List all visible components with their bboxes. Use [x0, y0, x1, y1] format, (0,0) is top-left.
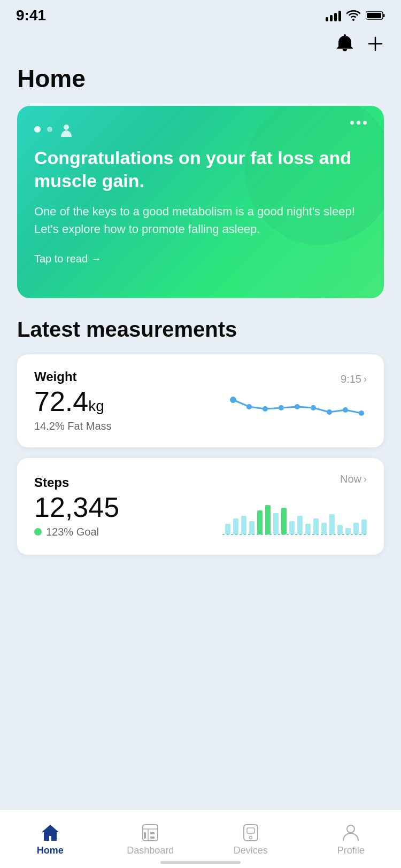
svg-rect-20: [257, 510, 263, 534]
section-title: Latest measurements: [0, 317, 401, 354]
steps-sublabel: 123% Goal: [34, 526, 119, 538]
svg-rect-27: [313, 518, 319, 534]
nav-profile[interactable]: Profile: [301, 824, 402, 856]
svg-rect-19: [249, 521, 255, 534]
svg-rect-21: [265, 505, 271, 534]
nav-devices[interactable]: Devices: [200, 824, 301, 856]
weight-card-left: Weight 72.4kg 14.2% Fat Mass: [34, 369, 112, 432]
svg-rect-22: [273, 513, 279, 534]
dashboard-icon: [142, 824, 159, 842]
plus-icon: [367, 35, 384, 52]
svg-rect-26: [305, 524, 311, 534]
weight-sublabel: 14.2% Fat Mass: [34, 420, 112, 432]
svg-rect-33: [361, 520, 367, 534]
steps-card-left: Steps 12,345 123% Goal: [34, 475, 119, 538]
profile-icon: [342, 824, 359, 842]
hero-indicators: [34, 121, 75, 138]
weight-time: 9:15 ›: [341, 373, 367, 385]
indicator-dot-inactive: [47, 127, 52, 132]
weight-label: Weight: [34, 369, 112, 384]
svg-point-43: [347, 825, 354, 833]
nav-dashboard[interactable]: Dashboard: [101, 824, 201, 856]
weight-card-right: 9:15 ›: [228, 373, 367, 429]
steps-time: Now ›: [340, 473, 367, 485]
hero-card[interactable]: Congratulations on your fat loss and mus…: [17, 106, 384, 298]
svg-point-6: [230, 397, 236, 403]
devices-icon: [243, 824, 259, 842]
status-bar: 9:41: [0, 0, 401, 29]
svg-rect-23: [281, 508, 287, 534]
svg-rect-16: [225, 524, 230, 534]
weight-value: 72.4kg: [34, 386, 112, 417]
steps-card-right: Now ›: [222, 473, 367, 540]
nav-devices-label: Devices: [234, 845, 268, 856]
svg-point-5: [64, 125, 69, 130]
svg-rect-32: [353, 523, 359, 534]
svg-rect-18: [241, 516, 246, 534]
svg-rect-29: [329, 514, 335, 534]
notification-button[interactable]: [336, 34, 354, 53]
add-button[interactable]: [367, 35, 384, 52]
header: [0, 29, 401, 59]
steps-value: 12,345: [34, 492, 119, 523]
weight-chart: [228, 392, 367, 429]
nav-profile-label: Profile: [337, 845, 365, 856]
nav-home[interactable]: Home: [0, 824, 101, 856]
hero-title: Congratulations on your fat loss and mus…: [34, 146, 367, 192]
svg-rect-24: [289, 521, 295, 534]
svg-rect-1: [383, 14, 385, 17]
svg-rect-25: [297, 516, 303, 534]
home-icon: [41, 824, 60, 842]
svg-point-14: [359, 410, 364, 416]
header-actions: [336, 34, 384, 53]
svg-rect-37: [150, 832, 155, 834]
svg-point-10: [295, 404, 300, 409]
svg-rect-39: [144, 832, 146, 839]
nav-dashboard-label: Dashboard: [127, 845, 174, 856]
hero-subtitle: One of the keys to a good metabolism is …: [34, 203, 367, 238]
hero-more-button[interactable]: [350, 121, 367, 125]
nav-home-label: Home: [37, 845, 64, 856]
svg-rect-30: [337, 525, 343, 534]
svg-rect-38: [150, 836, 155, 839]
svg-rect-31: [345, 528, 351, 534]
bottom-nav: Home Dashboard Devices Profile: [0, 809, 401, 868]
svg-point-9: [279, 405, 284, 410]
battery-icon: [366, 11, 385, 20]
steps-chevron: ›: [364, 474, 367, 485]
steps-label: Steps: [34, 475, 119, 490]
svg-point-8: [263, 406, 268, 412]
svg-point-12: [327, 409, 332, 415]
svg-point-13: [343, 407, 348, 413]
svg-rect-41: [247, 828, 255, 833]
home-indicator: [160, 861, 241, 864]
weight-chevron: ›: [364, 374, 367, 385]
svg-point-7: [246, 404, 252, 409]
weight-card[interactable]: Weight 72.4kg 14.2% Fat Mass 9:15 ›: [17, 354, 384, 447]
goal-dot: [34, 528, 42, 536]
svg-point-11: [311, 405, 316, 410]
svg-rect-28: [321, 523, 327, 534]
steps-chart: [222, 492, 367, 540]
svg-rect-17: [233, 518, 238, 534]
status-time: 9:41: [16, 7, 46, 24]
svg-rect-40: [244, 825, 258, 841]
svg-rect-2: [367, 13, 381, 18]
indicator-dot-active: [34, 126, 41, 133]
hero-header-row: [34, 121, 367, 138]
bell-icon: [336, 34, 354, 53]
sleep-icon: [60, 122, 75, 138]
svg-point-42: [249, 836, 252, 839]
signal-icon: [326, 10, 341, 21]
page-title: Home: [0, 59, 401, 106]
wifi-icon: [346, 10, 360, 21]
status-icons: [326, 10, 385, 21]
hero-cta[interactable]: Tap to read →: [34, 253, 367, 265]
steps-card[interactable]: Steps 12,345 123% Goal Now ›: [17, 458, 384, 555]
